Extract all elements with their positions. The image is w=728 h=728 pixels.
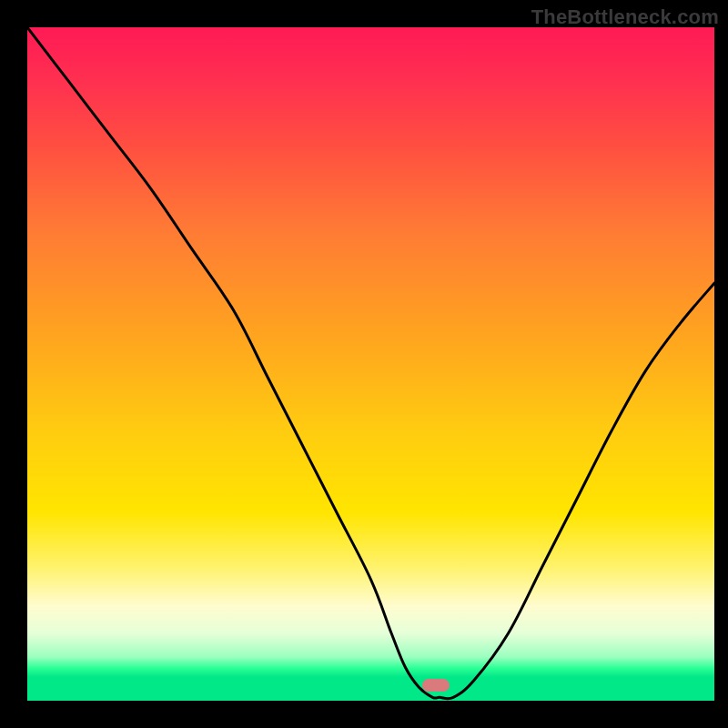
selected-point-marker: [422, 679, 450, 692]
watermark-text: TheBottleneck.com: [531, 5, 719, 29]
plot-area: [27, 27, 714, 701]
bottleneck-curve: [27, 27, 714, 701]
chart-frame: TheBottleneck.com: [0, 0, 728, 728]
